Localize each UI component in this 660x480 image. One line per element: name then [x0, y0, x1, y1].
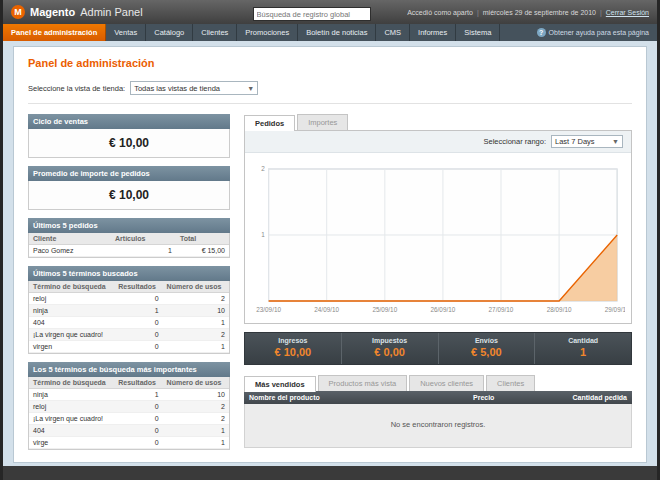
content-panel: Panel de administración Seleccione la vi…: [13, 46, 647, 463]
nav-item-customers[interactable]: Clientes: [193, 24, 237, 41]
dashboard-right-column: Pedidos Importes Seleccionar rango: Last…: [244, 114, 632, 458]
store-view-label: Seleccione la vista de tienda:: [28, 84, 125, 93]
tab-customers[interactable]: Clientes: [486, 375, 535, 391]
search-results: 1: [114, 305, 162, 317]
nav-item-sales[interactable]: Ventas: [106, 24, 146, 41]
tab-most-viewed[interactable]: Productos más vista: [318, 375, 408, 391]
page-title: Panel de administración: [28, 57, 632, 69]
stat-revenue: Ingresos € 10,00: [245, 333, 342, 364]
range-label: Seleccionar rango:: [483, 137, 546, 146]
search-results: 0: [114, 437, 162, 449]
search-term: ¡La virgen que cuadro!: [29, 413, 114, 425]
box-title: Promedio de importe de pedidos: [28, 166, 230, 181]
column-header: Precio: [468, 391, 540, 404]
column-header: Cliente: [29, 233, 111, 245]
header-user-area: Accedió como aparto | miércoles 29 de se…: [407, 9, 649, 16]
table-row[interactable]: 404 0 1: [29, 317, 229, 329]
table-row[interactable]: 404 0 1: [29, 425, 229, 437]
products-grid: Nombre del producto Precio Cantidad pedi…: [244, 391, 632, 448]
divider: |: [600, 9, 602, 16]
top-header: M Magento Admin Panel Accedió como apart…: [3, 0, 657, 24]
table-row[interactable]: ninja 1 10: [29, 305, 229, 317]
table-row[interactable]: ninja 1 10: [29, 389, 229, 401]
column-header: Total: [176, 233, 229, 245]
stat-label: Envíos: [439, 337, 535, 344]
logout-link[interactable]: Cerrar Sesión: [606, 9, 649, 16]
lifetime-sales-box: Ciclo de ventas € 10,00: [28, 114, 230, 158]
table-row[interactable]: ¡La virgen que cuadro! 0 2: [29, 413, 229, 425]
table-row[interactable]: Paco Gomez 1 € 15,00: [29, 245, 229, 257]
logged-in-as-text: Accedió como aparto: [407, 9, 473, 16]
footer-bar: [3, 466, 657, 480]
magento-logo-icon: M: [11, 5, 25, 19]
table-row[interactable]: reloj 0 2: [29, 401, 229, 413]
box-title: Últimos 5 pedidos: [28, 218, 230, 233]
search-results: 0: [114, 425, 162, 437]
search-uses: 2: [163, 413, 229, 425]
search-uses: 2: [163, 293, 229, 305]
nav-item-system[interactable]: Sistema: [456, 24, 500, 41]
stat-label: Ingresos: [245, 337, 341, 344]
stat-value: € 5,00: [439, 346, 535, 358]
search-uses: 1: [163, 437, 229, 449]
nav-item-reports[interactable]: Informes: [410, 24, 456, 41]
nav-item-catalog[interactable]: Catálogo: [146, 24, 193, 41]
search-results: 0: [114, 341, 162, 353]
nav-item-dashboard[interactable]: Panel de administración: [3, 24, 106, 41]
help-icon: ?: [537, 28, 546, 37]
search-uses: 1: [163, 425, 229, 437]
products-grid-header: Nombre del producto Precio Cantidad pedi…: [244, 391, 632, 404]
order-items: 1: [111, 245, 176, 257]
table-header-row: Término de búsqueda Resultados Número de…: [29, 377, 229, 389]
tab-amounts[interactable]: Importes: [297, 114, 348, 130]
page-help-link[interactable]: ? Obtener ayuda para esta página: [529, 24, 657, 41]
tab-bestsellers[interactable]: Más vendidos: [244, 376, 316, 392]
store-view-select[interactable]: Todas las vistas de tienda ▼: [130, 81, 258, 95]
table-row[interactable]: virgen 0 1: [29, 341, 229, 353]
empty-records-message: No se encontraron registros.: [244, 404, 632, 448]
box-title: Últimos 5 términos buscados: [28, 266, 230, 281]
search-uses: 2: [163, 329, 229, 341]
totals-bar: Ingresos € 10,00 Impuestos € 0,00 Envíos…: [244, 332, 632, 365]
global-search-input[interactable]: [253, 7, 371, 21]
divider: [28, 103, 632, 104]
chart-tabs: Pedidos Importes: [244, 114, 632, 130]
search-uses: 10: [163, 305, 229, 317]
column-header: Artículos: [111, 233, 176, 245]
table-header-row: Cliente Artículos Total: [29, 233, 229, 245]
search-results: 0: [114, 413, 162, 425]
svg-text:27/09/10: 27/09/10: [489, 306, 514, 313]
column-header: Término de búsqueda: [29, 281, 114, 293]
nav-item-newsletter[interactable]: Boletín de noticias: [298, 24, 376, 41]
header-date: miércoles 29 de septiembre de 2010: [483, 9, 596, 16]
column-header: Cantidad pedida: [540, 391, 632, 404]
store-view-row: Seleccione la vista de tienda: Todas las…: [28, 81, 632, 95]
stat-tax: Impuestos € 0,00: [342, 333, 439, 364]
stat-shipping: Envíos € 5,00: [439, 333, 536, 364]
search-term: reloj: [29, 401, 114, 413]
tab-orders[interactable]: Pedidos: [244, 115, 295, 131]
stat-value: € 0,00: [342, 346, 438, 358]
table-row[interactable]: virge 0 1: [29, 437, 229, 449]
order-total: € 15,00: [176, 245, 229, 257]
brand-name: Magento: [30, 6, 75, 18]
column-header: Número de usos: [163, 281, 229, 293]
orders-line-chart: 23/09/1024/09/1025/09/1026/09/1027/09/10…: [251, 161, 625, 319]
stat-quantity: Cantidad 1: [535, 333, 631, 364]
column-header: Término de búsqueda: [29, 377, 114, 389]
range-row: Seleccionar rango: Last 7 Days ▼: [245, 131, 631, 153]
table-row[interactable]: ¡La virgen que cuadro! 0 2: [29, 329, 229, 341]
svg-text:23/09/10: 23/09/10: [256, 306, 281, 313]
nav-item-cms[interactable]: CMS: [376, 24, 410, 41]
search-term: virge: [29, 437, 114, 449]
table-row[interactable]: reloj 0 2: [29, 293, 229, 305]
search-term: reloj: [29, 293, 114, 305]
stat-label: Cantidad: [535, 337, 631, 344]
svg-text:29/09/10: 29/09/10: [605, 306, 625, 313]
tab-new-customers[interactable]: Nuevos clientes: [409, 375, 484, 391]
nav-item-promotions[interactable]: Promociones: [237, 24, 298, 41]
table-header-row: Término de búsqueda Resultados Número de…: [29, 281, 229, 293]
divider: |: [477, 9, 479, 16]
magento-admin-page: M Magento Admin Panel Accedió como apart…: [0, 0, 660, 480]
range-select[interactable]: Last 7 Days ▼: [551, 135, 623, 148]
